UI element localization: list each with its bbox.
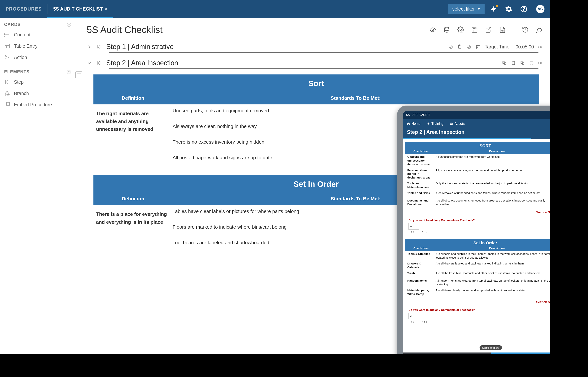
tablet-sio-header: Set in OrderSCORE: Check Item: Descripti… (405, 239, 550, 251)
database-icon[interactable] (443, 26, 450, 33)
step-2-title[interactable]: Step 2 | Area Inspection (106, 59, 497, 67)
info-icon[interactable] (67, 23, 71, 27)
skip-icon[interactable] (96, 44, 102, 49)
page-action-icons: PDF (429, 26, 542, 34)
clipboard-icon[interactable] (511, 60, 516, 65)
save-icon[interactable] (471, 26, 478, 33)
check-description: Are all tools and supplies in their "hom… (436, 252, 550, 259)
help-icon[interactable] (520, 5, 528, 13)
pdf-icon[interactable]: PDF (499, 26, 506, 33)
svg-point-6 (4, 35, 5, 35)
comment-icon[interactable] (536, 26, 542, 33)
tablet-nav-assets[interactable]: Assets (450, 122, 465, 126)
check-item: Personal items stored in designated area… (407, 168, 436, 179)
svg-point-5 (4, 33, 5, 34)
check-description: Are all items clearly marked and footpri… (436, 288, 550, 292)
check-item: Materials, parts, WIP & Scrap (407, 288, 436, 296)
home-icon (407, 122, 410, 125)
skip-icon[interactable] (96, 60, 102, 66)
checklist-row: Random ItemsAll random items are cleared… (405, 278, 550, 287)
element-branch[interactable]: Branch (0, 88, 75, 99)
target-time: Target Time: 00:05:00 (485, 44, 534, 50)
embed-icon (4, 102, 10, 108)
tablet-sio-section-score: Section Score: 10 (407, 300, 550, 305)
target-time-value[interactable]: 00:05:00 (516, 44, 534, 50)
svg-point-19 (432, 29, 434, 31)
svg-point-14 (5, 94, 6, 95)
active-document-tab[interactable]: 5S AUDIT CHECKLIST × (47, 0, 113, 18)
close-tab-icon[interactable]: × (105, 7, 107, 12)
trash-icon[interactable] (529, 60, 534, 65)
trash-icon[interactable] (475, 44, 480, 49)
svg-rect-8 (5, 44, 9, 48)
procedures-tab[interactable]: PROCEDURES (0, 0, 47, 18)
svg-point-7 (4, 36, 5, 36)
copy-icon[interactable] (520, 60, 525, 65)
preview-icon[interactable] (429, 26, 436, 33)
info-icon[interactable] (67, 70, 71, 74)
header-tabs: PROCEDURES 5S AUDIT CHECKLIST × (0, 0, 113, 18)
sort-definition: The right materials are available and an… (93, 108, 173, 161)
select-filter-button[interactable]: select filter (448, 4, 484, 14)
tablet-feedback-sio: Do you want to add any Comments or Feedb… (405, 307, 550, 326)
drag-handle-icon[interactable] (539, 62, 542, 64)
training-icon (427, 122, 430, 125)
tablet-nav-training[interactable]: Training (427, 122, 443, 126)
checklist-row: Tools and Materials in areaOnly the tool… (405, 180, 550, 190)
step-1-title[interactable]: Step 1 | Administrative (106, 43, 444, 51)
comments-toggle[interactable]: ✓ (408, 223, 550, 230)
copy-icon[interactable] (502, 60, 507, 65)
card-table-entry[interactable]: Table Entry (0, 40, 75, 52)
app-window: PROCEDURES 5S AUDIT CHECKLIST × select f… (0, 0, 550, 354)
cards-header: CARDS (0, 19, 75, 29)
checklist-row: Documents and DeviationsAre all obsolete… (405, 198, 550, 207)
prev-button[interactable]: ← (403, 353, 491, 354)
gear-icon[interactable] (505, 5, 512, 13)
copy-icon[interactable] (466, 44, 471, 49)
comments-toggle[interactable]: ✓ (408, 313, 550, 319)
check-item: Tools & Supplies (407, 252, 436, 256)
drag-handle-icon[interactable] (539, 46, 542, 48)
check-item: Documents and Deviations (407, 199, 436, 206)
check-item: Obscure and unnecessary items in the are… (407, 155, 436, 166)
caret-down-icon (477, 8, 480, 10)
sidebar: CARDS Content Table Entry Action (0, 18, 75, 354)
chevron-right-icon[interactable] (87, 44, 92, 49)
step-icon (4, 79, 10, 85)
checklist-row: TrashAre all the trash bins, materials a… (405, 270, 550, 278)
svg-line-22 (488, 27, 491, 31)
page-title: 5S Audit Checklist (87, 24, 162, 35)
element-embed-procedure[interactable]: Embed Procedure (0, 99, 75, 110)
settings-icon[interactable] (457, 26, 464, 33)
tablet-overlay: 5S - AREA AUDIT 9:10 Home (397, 106, 550, 354)
user-avatar[interactable]: AG (536, 5, 544, 13)
element-step[interactable]: Step (0, 76, 75, 88)
check-description: Are all the trash bins, materials and ot… (436, 271, 550, 275)
copy-icon[interactable] (448, 44, 453, 49)
check-description: All random items are cleared from top of… (436, 279, 550, 286)
card-content[interactable]: Content (0, 29, 75, 40)
header-actions: AG (490, 5, 544, 13)
clipboard-icon[interactable] (457, 44, 462, 49)
action-icon (4, 54, 10, 60)
step-1-row: Step 1 | Administrative Target Time: 00:… (87, 43, 542, 51)
card-note-icon[interactable] (75, 71, 82, 78)
chevron-down-icon[interactable] (87, 60, 92, 66)
card-action[interactable]: Action (0, 52, 75, 63)
check-item: Tables and Carts (407, 191, 436, 195)
checklist-row: Tables and CartsArea removed of unneeded… (405, 190, 550, 198)
checklist-row: Personal items stored in designated area… (405, 167, 550, 181)
tablet-body[interactable]: SORTSCORE: Check Item: Description: 1 - … (403, 139, 550, 353)
assets-icon (450, 122, 453, 125)
check-description: Only the tools and material that are nee… (436, 182, 550, 185)
checklist-row: Drawers & CabinetsAre all drawers labele… (405, 260, 550, 270)
check-item: Tools and Materials in area (407, 182, 436, 189)
next-button[interactable]: → (491, 353, 550, 354)
bolt-icon[interactable] (490, 5, 497, 13)
open-external-icon[interactable] (485, 26, 492, 33)
check-item: Drawers & Cabinets (407, 262, 436, 269)
history-icon[interactable] (522, 26, 529, 33)
svg-rect-37 (450, 123, 452, 124)
tablet-nav-home[interactable]: Home (407, 122, 421, 126)
check-description: All personal items in designated areas a… (436, 168, 550, 172)
